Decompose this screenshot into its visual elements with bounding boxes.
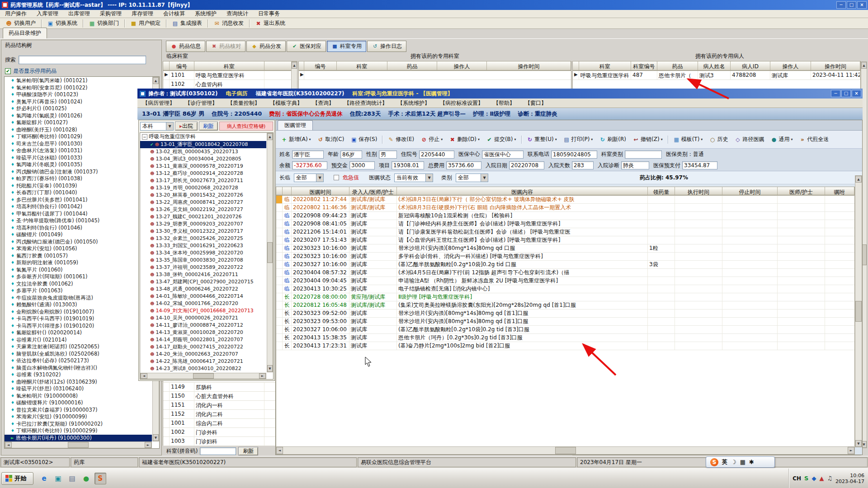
patient-tree-item[interactable]: ☻14-02_宋城_00001766_20220720 xyxy=(140,300,266,307)
table-row[interactable]: ▶呼吸与危重症医学科487恩他卡朋片（测试34788208测试库2023-04-… xyxy=(573,71,860,80)
patient-search-box[interactable]: 病人查找(空格键) xyxy=(219,122,273,131)
patient-tree-item[interactable]: ☻14-10_吴兴_00000026_20220721 xyxy=(140,314,266,322)
ie-icon[interactable]: e xyxy=(38,473,50,484)
patient-tree-item[interactable]: ☻13-27_魏建C_00021201_20220726 xyxy=(140,213,266,221)
drug-tree-item[interactable]: ♦喹硫平片(舒思) (03106240) xyxy=(5,385,152,393)
drug-tree-item[interactable]: ♦氯米帕明片 (910000008) xyxy=(5,393,152,400)
patient-tree-item[interactable]: ☻14-11_廖详治_00008874_20220712 xyxy=(140,322,266,329)
order-row[interactable]: 长20230323 09:53:00测试库替米沙坦片(安内强)[80mg*14s… xyxy=(276,318,854,326)
scrollbar-thumb[interactable] xyxy=(267,242,273,263)
order-row[interactable]: 临20230207 17:51:43测试库请【心血管内科王世红主任医师】会诊(描… xyxy=(276,236,854,244)
toolbar-button[interactable]: ✉消息收发 xyxy=(210,18,247,28)
order-row[interactable]: 长20230327 10:06:00测试库(基)乙酰半胱氨酸颗粒[0.2g*10… xyxy=(276,326,854,334)
messenger-tray-icon[interactable]: ◆ xyxy=(811,475,816,482)
scroll-left-arrow[interactable]: ◄ xyxy=(141,373,147,379)
drug-tree-item[interactable]: ►恩他卡朋片(珂丹) (910000300) xyxy=(5,435,152,442)
scroll-up-arrow[interactable]: ▲ xyxy=(292,62,297,69)
menu-item[interactable]: 【帮助】 xyxy=(488,99,520,108)
toolbar-button[interactable]: ☻切换用户 xyxy=(2,18,39,28)
his-close-button[interactable]: × xyxy=(852,90,861,97)
menu-item[interactable]: 【模板字典】 xyxy=(265,99,307,108)
scroll-right-arrow[interactable]: ► xyxy=(259,373,266,379)
patient-tree-item[interactable]: ☻13-37_许祖明_00023589_20220722 xyxy=(140,264,266,271)
menu-item[interactable]: 入库管理 xyxy=(32,9,63,19)
drug-tree-item[interactable]: ♦喹硫平片(达休聪) (001033) xyxy=(5,155,152,162)
fullwidth-moon-icon[interactable]: ☽ xyxy=(731,459,736,465)
keyboard-icon[interactable]: ▦ xyxy=(740,459,745,465)
dept-scope-combo[interactable]: 本科▼ xyxy=(140,122,174,131)
drug-tree-item[interactable]: ♦培高利特(协良行) (001046) xyxy=(5,225,152,232)
media-icon[interactable]: ● xyxy=(80,473,92,484)
patient-tree-vscrollbar[interactable]: ▲▼ xyxy=(267,133,273,372)
patient-tree-item[interactable]: ☻14-22_陈兆雄_00006417_20220721 xyxy=(140,358,266,365)
drug-tree-item[interactable]: ♦脑蛋白水解物偶氮化物针(唑吉祥)() xyxy=(5,365,152,372)
patient-tree-item[interactable]: ☻14-17_赵勤夫_00027415_20220722 xyxy=(140,343,266,351)
menu-item[interactable]: 【窗口】 xyxy=(520,99,552,108)
patient-tree-hscrollbar[interactable]: ◄► xyxy=(140,373,266,379)
drug-tree-item[interactable]: ♦氟西汀胶囊 (001057) xyxy=(5,253,152,260)
order-row[interactable]: 长20220728 08:00:00黄应翔/测试库Ⅱ级护理 [呼吸与危重症医学科… xyxy=(276,293,854,301)
patient-tree-item[interactable]: ☻13-22_周惠虎_00008741_20220727 xyxy=(140,199,266,206)
menu-item[interactable]: 出库管理 xyxy=(63,9,95,19)
drug-tree-item[interactable]: ♦脑苷肌肽(全威凯洛欣) (02502068) xyxy=(5,351,152,358)
patient-tree-item[interactable]: ☻13-02_程凯_00000435_20220713 xyxy=(140,148,266,155)
drug-tree-item[interactable]: ♦牛痘疫苗致炎兔皮提取物(恩再适) xyxy=(5,295,152,302)
scrollbar-thumb[interactable] xyxy=(855,301,862,322)
drug-tree-item[interactable]: ♦培高利特(协良行) (001042) xyxy=(5,203,152,211)
document-icon[interactable]: ▤ xyxy=(66,473,78,484)
tab-drug-catalog[interactable]: 药品目录维护 xyxy=(3,28,47,38)
drug-tree-item[interactable]: ♦金刚烷胺(金刚烷胺) (01901007) xyxy=(5,309,152,316)
menu-item[interactable]: 【查询】 xyxy=(307,99,339,108)
scroll-up-arrow[interactable]: ▲ xyxy=(855,176,862,183)
his-maximize-button[interactable]: □ xyxy=(841,90,851,97)
orders-toolbar-button[interactable]: ↻重整(U)▾ xyxy=(524,134,560,145)
sogou-ime-icon[interactable]: S xyxy=(710,458,718,466)
drug-tree-item[interactable]: ♦谷维素片() (021014) xyxy=(5,337,152,344)
drug-tree-item[interactable]: ♦司来吉兰(金思平) (001030) xyxy=(5,141,152,148)
order-row[interactable]: 临20230323 10:16:00测试库替米沙坦片(安内强)[80mg*14s… xyxy=(276,244,854,253)
show-disabled-checkbox[interactable]: ✔ xyxy=(5,68,11,74)
patient-tree-item[interactable]: ☻13-33_刘国宝_00016291_20220623 xyxy=(140,242,266,249)
orders-toolbar-button[interactable]: ◇路径医嘱 xyxy=(731,134,767,145)
toolbar-button[interactable]: ✖退出系统 xyxy=(251,18,289,28)
drug-tree-item[interactable]: ♦长春西汀(丁那) (001040) xyxy=(5,189,152,197)
pharmacy-close-button[interactable]: × xyxy=(857,1,867,9)
scroll-up-arrow[interactable]: ▲ xyxy=(267,133,273,140)
orders-toolbar-button[interactable]: ○历史 xyxy=(706,134,731,145)
show-desktop-icon[interactable]: ▣ xyxy=(52,473,64,484)
drug-tree-item[interactable]: ♦托吡酯片(妥泰) (001039) xyxy=(5,183,152,190)
patient-tree-item[interactable]: ☻14-01_陈敏珍_00004466_20220714 xyxy=(140,293,266,300)
toolbar-button[interactable]: ▣切换系统 xyxy=(43,18,81,28)
menu-item[interactable]: 系统维护 xyxy=(190,9,222,19)
scroll-down-arrow[interactable]: ▼ xyxy=(855,440,862,447)
orders-toolbar-button[interactable]: +新增(A)▾ xyxy=(278,134,314,145)
menu-item[interactable]: 【路径查询统计】 xyxy=(339,99,392,108)
tree-root-node[interactable]: −呼吸与危重症医学科 xyxy=(140,133,273,141)
drug-tree-item[interactable]: ♦丁螺环酮(奇比特) (001029) xyxy=(5,133,152,141)
patient-tree-item[interactable]: ☻13-30_李义桢_00012322_20220717 xyxy=(140,228,266,235)
patient-tree-item[interactable]: ☻14-09_刘文海[CP]_00016668_20220713 xyxy=(140,307,266,314)
patient-tree-item[interactable]: ☻13-47_郑建网[CP]_00027900_20220715 xyxy=(140,278,266,286)
patient-tree-item[interactable]: ☻13-04_测试3_00034004_20220805 xyxy=(140,155,266,163)
orders-toolbar-button[interactable]: »代煎全送 xyxy=(796,134,832,145)
scroll-down-arrow[interactable]: ▼ xyxy=(267,365,273,372)
ime-language-toggle[interactable]: 英 xyxy=(722,458,727,466)
patient-tree-item[interactable]: ✔☻13-01_潘宇臣_00018042_20220708 xyxy=(140,141,266,148)
patient-tree-item[interactable]: ☻14-14_郑薇明_00022801_20220707 xyxy=(140,336,266,343)
detail-tab[interactable]: ✖药品核对 xyxy=(206,41,245,52)
orders-toolbar-button[interactable]: ▦模板(T)▾ xyxy=(670,134,706,145)
drug-tree-item[interactable]: ♦氟哌啶醇针() (020020014) xyxy=(5,329,152,337)
drug-tree-item[interactable]: ♦苯海索片(安坦) (001056) xyxy=(5,245,152,253)
menu-item[interactable]: 会计核算 xyxy=(158,9,190,19)
patient-tree-item[interactable]: ☻14-23_测试8_00034010_20220822 xyxy=(140,365,266,372)
table-row[interactable]: 1102心血管内科 xyxy=(163,80,297,89)
drug-tree-item[interactable]: ♦文拉法辛胶囊 (001062) xyxy=(5,281,152,288)
drug-tree-item[interactable]: ♦新斯的明注射液 (001059) xyxy=(5,259,152,267)
his-minimize-button[interactable]: ─ xyxy=(831,90,840,97)
toolbar-button[interactable]: ▦切换部门 xyxy=(85,18,123,28)
patient-tree-item[interactable]: ☻13-12_蔡巧珍_00002914_20220728 xyxy=(140,170,266,177)
patient-tree-item[interactable]: ☻13-35_陈国章_00003830_20220708 xyxy=(140,257,266,264)
order-row[interactable]: 临20220908 08:41:05测试库请【门诊神经内科吴静主任医师】会诊(描… xyxy=(276,220,854,228)
tree-expand-icon[interactable]: − xyxy=(142,134,147,140)
drug-tree-item[interactable]: ♦帕罗西汀(赛乐特) (001038) xyxy=(5,175,152,183)
